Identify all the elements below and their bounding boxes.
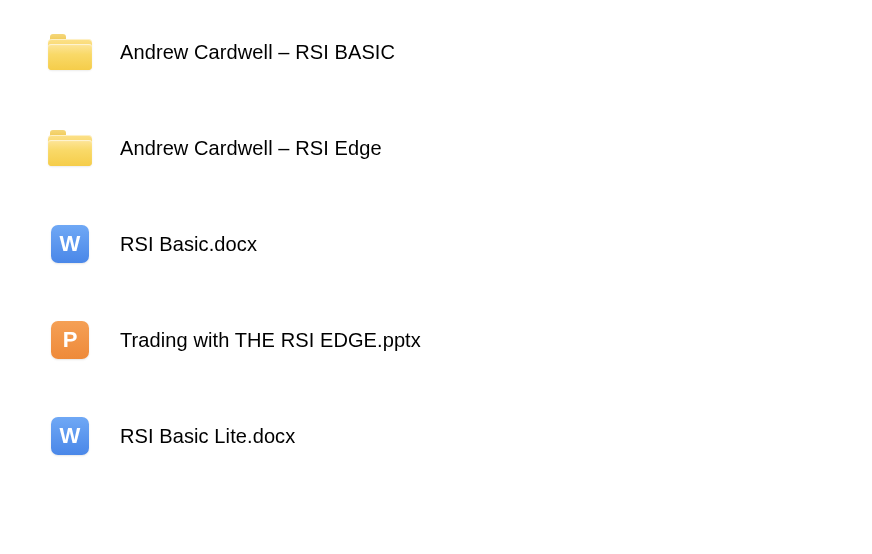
word-doc-icon: W [48,414,92,458]
folder-icon [48,30,92,74]
file-item-docx[interactable]: W RSI Basic.docx [48,222,872,266]
file-name-label: Andrew Cardwell – RSI BASIC [120,41,395,64]
powerpoint-doc-icon: P [48,318,92,362]
file-name-label: Andrew Cardwell – RSI Edge [120,137,382,160]
file-item-folder[interactable]: Andrew Cardwell – RSI Edge [48,126,872,170]
file-name-label: Trading with THE RSI EDGE.pptx [120,329,421,352]
file-item-docx[interactable]: W RSI Basic Lite.docx [48,414,872,458]
file-item-folder[interactable]: Andrew Cardwell – RSI BASIC [48,30,872,74]
file-name-label: RSI Basic Lite.docx [120,425,295,448]
word-doc-icon: W [48,222,92,266]
file-list: Andrew Cardwell – RSI BASIC Andrew Cardw… [48,20,872,458]
file-name-label: RSI Basic.docx [120,233,257,256]
folder-icon [48,126,92,170]
file-item-pptx[interactable]: P Trading with THE RSI EDGE.pptx [48,318,872,362]
